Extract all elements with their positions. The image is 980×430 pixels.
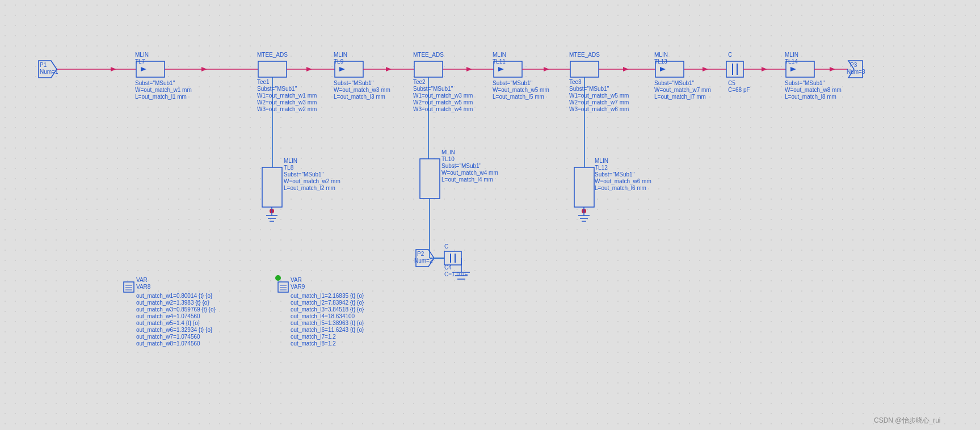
svg-text:Tee3: Tee3	[569, 79, 582, 85]
svg-text:C=1.0 uF: C=1.0 uF	[444, 271, 468, 277]
svg-text:Num=3: Num=3	[847, 69, 865, 75]
svg-text:Subst="MSub1": Subst="MSub1"	[334, 80, 374, 86]
svg-text:out_match_w1=0.80014 {t} {o}: out_match_w1=0.80014 {t} {o}	[136, 293, 213, 299]
svg-text:W1=out_match_w3 mm: W1=out_match_w3 mm	[413, 92, 473, 99]
watermark: CSDN @怡步晓心_rui	[874, 416, 941, 424]
svg-text:P3: P3	[850, 62, 857, 68]
svg-rect-17	[414, 61, 443, 77]
svg-text:Subst="MSub1": Subst="MSub1"	[654, 80, 695, 86]
svg-text:W3=out_match_w6 mm: W3=out_match_w6 mm	[569, 106, 629, 112]
svg-text:W1=out_match_w5 mm: W1=out_match_w5 mm	[569, 92, 629, 99]
svg-text:W3=out_match_w2 mm: W3=out_match_w2 mm	[257, 106, 317, 112]
svg-text:out_match_w6=1.32934 {t} {o}: out_match_w6=1.32934 {t} {o}	[136, 327, 213, 333]
svg-text:Subst="MSub1": Subst="MSub1"	[493, 80, 533, 86]
svg-text:out_match_w7=1.074560: out_match_w7=1.074560	[136, 334, 200, 340]
svg-text:out_match_w4=1.074560: out_match_w4=1.074560	[136, 313, 200, 319]
svg-text:Subst="MSub1": Subst="MSub1"	[441, 163, 482, 169]
svg-text:TL10: TL10	[441, 156, 455, 162]
svg-point-78	[275, 275, 281, 281]
svg-text:Subst="MSub1": Subst="MSub1"	[595, 171, 635, 178]
svg-rect-60	[444, 251, 461, 265]
svg-text:Tee1: Tee1	[257, 79, 270, 85]
svg-text:out_match_l5=1.38963 {t} {o}: out_match_l5=1.38963 {t} {o}	[291, 320, 364, 326]
svg-text:out_match_l3=3.84518 {t} {o}: out_match_l3=3.84518 {t} {o}	[291, 306, 364, 313]
svg-text:out_match_l8=1.2: out_match_l8=1.2	[291, 340, 336, 347]
svg-text:MLIN: MLIN	[441, 149, 455, 155]
svg-text:W=out_match_w2 mm: W=out_match_w2 mm	[284, 178, 340, 184]
svg-text:W2=out_match_w5 mm: W2=out_match_w5 mm	[413, 99, 473, 106]
svg-rect-44	[262, 167, 282, 207]
svg-text:TL13: TL13	[654, 58, 667, 65]
svg-text:MTEE_ADS: MTEE_ADS	[257, 52, 288, 58]
svg-text:L=out_match_l2 mm: L=out_match_l2 mm	[284, 185, 335, 191]
svg-text:MTEE_ADS: MTEE_ADS	[413, 52, 444, 58]
svg-text:W=out_match_w1 mm: W=out_match_w1 mm	[135, 87, 192, 93]
svg-text:Subst="MSub1": Subst="MSub1"	[135, 80, 175, 86]
svg-text:out_match_w3=0.859769 {t} {o}: out_match_w3=0.859769 {t} {o}	[136, 306, 216, 313]
svg-rect-25	[570, 61, 599, 77]
svg-text:C: C	[444, 243, 448, 250]
svg-text:Subst="MSub1": Subst="MSub1"	[257, 86, 297, 92]
svg-text:out_match_l7=1.2: out_match_l7=1.2	[291, 334, 336, 340]
svg-rect-9	[258, 61, 287, 77]
svg-text:TL8: TL8	[284, 165, 294, 171]
svg-text:out_match_w2=1.3983 {t} {o}: out_match_w2=1.3983 {t} {o}	[136, 300, 209, 306]
svg-rect-74	[278, 282, 288, 292]
svg-text:MLIN: MLIN	[334, 52, 347, 58]
svg-text:W2=out_match_w3 mm: W2=out_match_w3 mm	[257, 99, 317, 106]
svg-text:C: C	[728, 52, 732, 58]
svg-text:out_match_l2=7.83942 {t} {o}: out_match_l2=7.83942 {t} {o}	[291, 300, 364, 306]
svg-text:TL14: TL14	[785, 58, 798, 65]
svg-text:TL7: TL7	[135, 58, 145, 65]
svg-rect-50	[420, 159, 440, 199]
svg-text:W=out_match_w3 mm: W=out_match_w3 mm	[334, 87, 390, 93]
svg-text:Subst="MSub1": Subst="MSub1"	[785, 80, 825, 86]
svg-text:Num=2: Num=2	[414, 258, 433, 264]
svg-text:P1: P1	[40, 62, 47, 68]
svg-rect-33	[726, 61, 743, 77]
svg-text:Num=1: Num=1	[40, 69, 58, 75]
svg-rect-52	[574, 167, 594, 207]
svg-text:VAR: VAR	[136, 277, 148, 283]
svg-text:MLIN: MLIN	[135, 52, 149, 58]
svg-text:TL9: TL9	[334, 58, 344, 65]
svg-text:VAR9: VAR9	[291, 284, 305, 290]
svg-text:Subst="MSub1": Subst="MSub1"	[284, 171, 324, 178]
svg-text:L=out_match_l3 mm: L=out_match_l3 mm	[334, 94, 385, 100]
svg-text:L=out_match_l8 mm: L=out_match_l8 mm	[785, 94, 836, 100]
svg-text:L=out_match_l5 mm: L=out_match_l5 mm	[493, 94, 544, 100]
svg-text:W=out_match_w8 mm: W=out_match_w8 mm	[785, 87, 842, 93]
svg-text:VAR8: VAR8	[136, 284, 151, 290]
svg-text:TL12: TL12	[595, 165, 608, 171]
svg-rect-70	[124, 282, 134, 292]
svg-text:MLIN: MLIN	[595, 158, 608, 164]
svg-text:Subst="MSub1": Subst="MSub1"	[413, 86, 453, 92]
svg-text:L=out_match_l6 mm: L=out_match_l6 mm	[595, 185, 646, 191]
svg-text:MLIN: MLIN	[654, 52, 668, 58]
svg-text:L=out_match_l4 mm: L=out_match_l4 mm	[441, 176, 493, 183]
svg-text:P2: P2	[417, 251, 424, 257]
svg-text:MLIN: MLIN	[493, 52, 506, 58]
svg-text:W1=out_match_w1 mm: W1=out_match_w1 mm	[257, 92, 317, 99]
svg-text:MTEE_ADS: MTEE_ADS	[569, 52, 600, 58]
svg-text:L=out_match_l1 mm: L=out_match_l1 mm	[135, 94, 187, 100]
svg-text:L=out_match_l7 mm: L=out_match_l7 mm	[654, 94, 706, 100]
svg-text:MLIN: MLIN	[284, 158, 297, 164]
svg-text:W2=out_match_w7 mm: W2=out_match_w7 mm	[569, 99, 629, 106]
svg-text:Tee2: Tee2	[413, 79, 426, 85]
svg-text:Subst="MSub1": Subst="MSub1"	[569, 86, 609, 92]
svg-text:out_match_l1=2.16835 {t} {o}: out_match_l1=2.16835 {t} {o}	[291, 293, 364, 299]
svg-text:C5: C5	[728, 80, 735, 86]
svg-text:out_match_w8=1.074560: out_match_w8=1.074560	[136, 340, 200, 347]
svg-text:out_match_w5=1.4 {t} {o}: out_match_w5=1.4 {t} {o}	[136, 320, 200, 326]
svg-text:W=out_match_w6 mm: W=out_match_w6 mm	[595, 178, 651, 184]
svg-text:TL11: TL11	[493, 58, 506, 65]
svg-text:C=68 pF: C=68 pF	[728, 87, 750, 93]
svg-text:C4: C4	[444, 264, 452, 271]
svg-text:MLIN: MLIN	[785, 52, 798, 58]
svg-text:W=out_match_w5 mm: W=out_match_w5 mm	[493, 87, 549, 93]
svg-text:out_match_l6=11.6243 {t} {o}: out_match_l6=11.6243 {t} {o}	[291, 327, 364, 333]
svg-text:VAR: VAR	[291, 277, 302, 283]
svg-text:W3=out_match_w4 mm: W3=out_match_w4 mm	[413, 106, 473, 112]
svg-text:W=out_match_w4 mm: W=out_match_w4 mm	[441, 170, 498, 176]
